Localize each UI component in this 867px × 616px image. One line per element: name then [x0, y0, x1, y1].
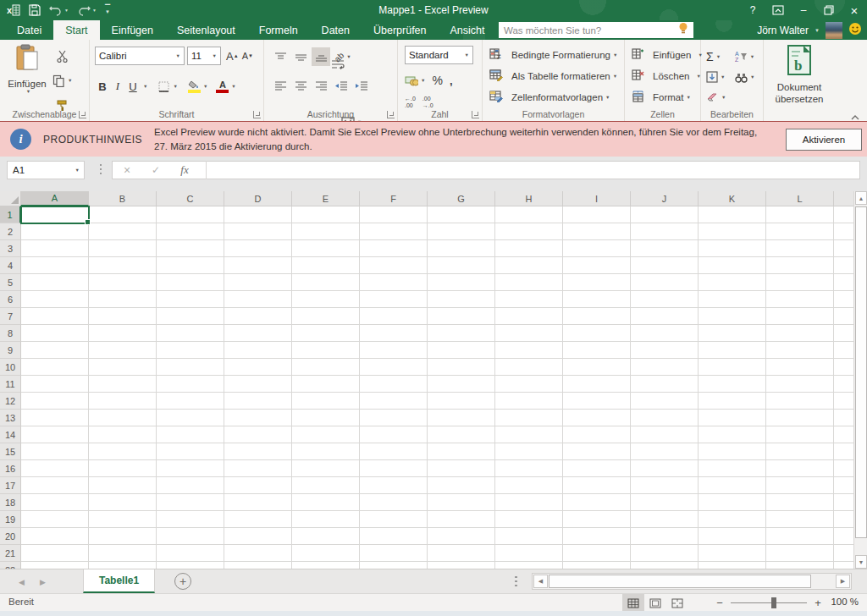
vertical-scrollbar[interactable]: ▲ ▼	[853, 191, 867, 569]
cell-C10[interactable]	[157, 359, 224, 376]
cell-L12[interactable]	[766, 393, 834, 410]
cell-K1[interactable]	[699, 206, 766, 223]
cell-J5[interactable]	[631, 274, 699, 291]
cell-I4[interactable]	[563, 257, 631, 274]
cell-A4[interactable]	[21, 257, 89, 274]
cell-C15[interactable]	[157, 443, 224, 460]
cell-H20[interactable]	[495, 528, 563, 545]
cell-F14[interactable]	[360, 426, 428, 443]
vertical-scroll-thumb[interactable]	[855, 206, 867, 538]
cell-B11[interactable]	[89, 376, 157, 393]
fill-button[interactable]: ▼	[706, 67, 735, 87]
cell-A5[interactable]	[21, 274, 89, 291]
cell-L4[interactable]	[766, 257, 834, 274]
cell-G17[interactable]	[428, 477, 495, 494]
cell-J14[interactable]	[631, 426, 699, 443]
row-header-5[interactable]: 5	[0, 274, 21, 291]
cell-E20[interactable]	[292, 528, 360, 545]
tell-me-search-input[interactable]: Was möchten Sie tun?	[499, 22, 693, 38]
cell-B1[interactable]	[89, 206, 157, 223]
cell-G18[interactable]	[428, 494, 495, 511]
cell-D8[interactable]	[224, 325, 292, 342]
cell-A18[interactable]	[21, 494, 89, 511]
row-header-12[interactable]: 12	[0, 393, 21, 410]
minimize-button[interactable]: –	[791, 0, 816, 20]
cell-D15[interactable]	[224, 443, 292, 460]
save-icon[interactable]	[29, 4, 41, 16]
cell-K16[interactable]	[699, 460, 766, 477]
tab-seitenlayout[interactable]: Seitenlayout	[165, 20, 247, 40]
cell-D13[interactable]	[224, 410, 292, 426]
cell-B21[interactable]	[89, 545, 157, 562]
cell-K8[interactable]	[699, 325, 766, 342]
cell-H6[interactable]	[495, 291, 563, 308]
cell-D12[interactable]	[224, 393, 292, 410]
cell-K2[interactable]	[699, 223, 766, 240]
cell-K20[interactable]	[699, 528, 766, 545]
cell-B19[interactable]	[89, 511, 157, 528]
zoom-level[interactable]: 100 %	[831, 597, 859, 607]
accounting-dropdown-icon[interactable]: ▼	[421, 78, 425, 83]
align-bottom-icon[interactable]	[312, 47, 330, 66]
cell-I7[interactable]	[563, 308, 631, 325]
cell-E5[interactable]	[292, 274, 360, 291]
cell-H14[interactable]	[495, 426, 563, 443]
cell-C1[interactable]	[157, 206, 224, 223]
cell-G12[interactable]	[428, 393, 495, 410]
row-header-6[interactable]: 6	[0, 291, 21, 308]
row-header-13[interactable]: 13	[0, 410, 21, 426]
cell-J3[interactable]	[631, 240, 699, 257]
cell-A16[interactable]	[21, 460, 89, 477]
cell-K14[interactable]	[699, 426, 766, 443]
cell-A8[interactable]	[21, 325, 89, 342]
cell-K9[interactable]	[699, 342, 766, 359]
cell-H3[interactable]	[495, 240, 563, 257]
cell-C16[interactable]	[157, 460, 224, 477]
cell-J1[interactable]	[631, 206, 699, 223]
cell-I8[interactable]	[563, 325, 631, 342]
cell-B6[interactable]	[89, 291, 157, 308]
cell-K21[interactable]	[699, 545, 766, 562]
cell-F2[interactable]	[360, 223, 428, 240]
cell-K6[interactable]	[699, 291, 766, 308]
cell-styles-dropdown-icon[interactable]: ▼	[605, 95, 610, 100]
help-button[interactable]: ?	[740, 0, 765, 20]
cell-E11[interactable]	[292, 376, 360, 393]
cell-G5[interactable]	[428, 274, 495, 291]
font-size-select[interactable]: 11▼	[187, 47, 221, 65]
cell-L14[interactable]	[766, 426, 834, 443]
cell-partial-17[interactable]	[834, 477, 853, 494]
conditional-formatting-dropdown-icon[interactable]: ▼	[613, 52, 617, 58]
add-sheet-button[interactable]: +	[174, 573, 191, 590]
cell-F5[interactable]	[360, 274, 428, 291]
cell-partial-13[interactable]	[834, 410, 853, 426]
cell-J12[interactable]	[631, 393, 699, 410]
cell-A14[interactable]	[21, 426, 89, 443]
cell-B10[interactable]	[89, 359, 157, 376]
cell-B20[interactable]	[89, 528, 157, 545]
column-header-I[interactable]: I	[563, 191, 631, 206]
row-header-1[interactable]: 1	[0, 206, 21, 223]
cell-C6[interactable]	[157, 291, 224, 308]
cell-L1[interactable]	[766, 206, 834, 223]
cell-F16[interactable]	[360, 460, 428, 477]
cell-F18[interactable]	[360, 494, 428, 511]
cell-E14[interactable]	[292, 426, 360, 443]
cell-D22[interactable]	[224, 562, 292, 569]
cell-J11[interactable]	[631, 376, 699, 393]
cell-F9[interactable]	[360, 342, 428, 359]
cell-B3[interactable]	[89, 240, 157, 257]
row-header-7[interactable]: 7	[0, 308, 21, 325]
cell-E2[interactable]	[292, 223, 360, 240]
close-button[interactable]: ×	[842, 0, 867, 20]
cell-partial-15[interactable]	[834, 443, 853, 460]
cell-B2[interactable]	[89, 223, 157, 240]
align-top-icon[interactable]	[271, 47, 290, 66]
cell-C20[interactable]	[157, 528, 224, 545]
tab-überprüfen[interactable]: Überprüfen	[362, 20, 439, 40]
cell-K10[interactable]	[699, 359, 766, 376]
formula-input[interactable]	[207, 162, 859, 179]
cell-H12[interactable]	[495, 393, 563, 410]
select-all-corner[interactable]	[0, 191, 21, 206]
activate-button[interactable]: Aktivieren	[786, 129, 862, 151]
